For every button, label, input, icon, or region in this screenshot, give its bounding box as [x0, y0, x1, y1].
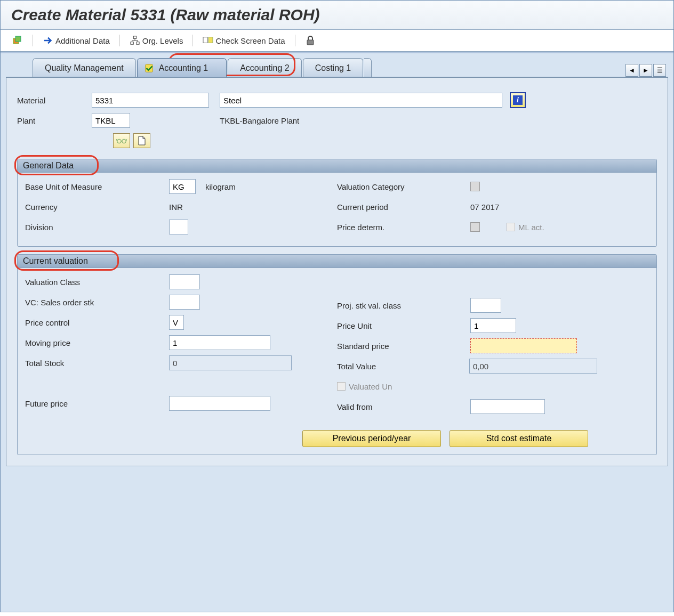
list-icon: ☰: [657, 67, 663, 74]
future-price-label: Future price: [25, 399, 169, 408]
general-data-title: General Data: [18, 159, 656, 173]
valuation-class-input[interactable]: [169, 274, 200, 289]
svg-rect-5: [203, 37, 207, 43]
standard-price-input[interactable]: [470, 338, 577, 353]
toolbar-icon-new[interactable]: [10, 34, 25, 47]
total-stock-input: [169, 355, 292, 370]
price-determ-label: Price determ.: [337, 223, 470, 232]
material-label: Material: [17, 96, 92, 105]
tab-content-accounting1: Material i Plant TKBL-Bangalore Plant: [6, 77, 668, 466]
check-screen-icon: [203, 35, 213, 46]
tab-active-icon: [144, 63, 155, 74]
plant-id-input[interactable]: [92, 113, 130, 128]
material-id-input[interactable]: [92, 93, 209, 108]
valuation-class-label: Valuation Class: [25, 278, 169, 287]
currency-value: INR: [169, 202, 183, 212]
tab-scroll-left[interactable]: ◄: [625, 64, 638, 77]
svg-rect-4: [136, 42, 139, 45]
previous-period-button[interactable]: Previous period/year: [302, 430, 441, 447]
page-title: Create Material 5331 (Raw material ROH): [1, 1, 673, 30]
arrow-right-icon: [43, 35, 53, 46]
tab-accounting-1-label: Accounting 1: [159, 63, 208, 73]
plant-desc: TKBL-Bangalore Plant: [220, 116, 299, 125]
ml-act-checkbox: [507, 223, 515, 231]
info-icon: i: [513, 95, 523, 105]
current-valuation-title: Current valuation: [18, 255, 656, 268]
valuated-un-checkbox: [337, 382, 346, 391]
vc-sales-order-input[interactable]: [169, 295, 200, 310]
svg-rect-7: [307, 40, 314, 45]
material-desc-input[interactable]: [220, 93, 502, 108]
moving-price-input[interactable]: [169, 335, 270, 350]
price-unit-input[interactable]: [470, 318, 516, 333]
proj-stk-val-class-input[interactable]: [470, 298, 501, 313]
lock-icon: [305, 35, 316, 46]
org-levels-label: Org. Levels: [142, 36, 183, 45]
total-value-label: Total Value: [337, 362, 469, 371]
tab-quality-management-label: Quality Management: [45, 63, 124, 73]
glasses-icon: [116, 135, 127, 146]
valid-from-input[interactable]: [470, 399, 545, 414]
additional-data-label: Additional Data: [55, 36, 110, 45]
tab-costing-1-label: Costing 1: [315, 63, 351, 73]
content-area: Quality Management Accounting 1 Accounti…: [1, 52, 673, 612]
tab-accounting-2[interactable]: Accounting 2: [228, 58, 302, 77]
tab-accounting-2-label: Accounting 2: [240, 63, 290, 73]
lock-button[interactable]: [303, 34, 318, 47]
tab-overflow-indicator: [364, 58, 372, 77]
division-input[interactable]: [169, 220, 188, 234]
valid-from-label: Valid from: [337, 402, 470, 411]
tab-costing-1[interactable]: Costing 1: [303, 58, 364, 77]
total-stock-label: Total Stock: [25, 359, 169, 368]
current-valuation-group: Current valuation Valuation Class VC: Sa…: [17, 254, 657, 455]
base-uom-input[interactable]: [169, 179, 196, 194]
svg-point-9: [117, 139, 121, 143]
layers-icon: [12, 35, 23, 46]
triangle-left-icon: ◄: [629, 67, 635, 74]
page-icon: [137, 135, 147, 146]
check-screen-data-button[interactable]: Check Screen Data: [200, 34, 287, 47]
check-screen-data-label: Check Screen Data: [215, 36, 285, 45]
tab-scroll-right[interactable]: ►: [639, 64, 652, 77]
currency-label: Currency: [25, 202, 169, 212]
std-cost-estimate-button[interactable]: Std cost estimate: [450, 430, 588, 447]
tab-list-button[interactable]: ☰: [653, 64, 666, 77]
price-unit-label: Price Unit: [337, 321, 470, 330]
hierarchy-icon: [130, 35, 140, 46]
general-data-group: General Data Base Unit of Measure kilogr…: [17, 159, 657, 247]
price-control-label: Price control: [25, 318, 169, 327]
moving-price-label: Moving price: [25, 338, 169, 347]
svg-rect-3: [131, 42, 133, 45]
base-uom-label: Base Unit of Measure: [25, 182, 169, 191]
tab-accounting-1[interactable]: Accounting 1: [137, 58, 227, 77]
valuated-un-label: Valuated Un: [349, 382, 392, 391]
triangle-right-icon: ►: [643, 67, 649, 74]
future-price-input[interactable]: [169, 396, 270, 411]
org-levels-button[interactable]: Org. Levels: [127, 34, 186, 47]
svg-rect-2: [133, 36, 136, 39]
price-control-input[interactable]: [169, 315, 184, 330]
standard-price-label: Standard price: [337, 342, 470, 351]
svg-point-10: [122, 139, 126, 143]
tab-quality-management[interactable]: Quality Management: [33, 58, 136, 77]
current-period-value: 07 2017: [470, 202, 499, 212]
valuation-category-label: Valuation Category: [337, 182, 470, 191]
svg-rect-1: [15, 36, 21, 42]
valuation-category-field: [470, 182, 480, 191]
total-value-input: [469, 359, 597, 374]
base-uom-desc: kilogram: [205, 182, 236, 191]
material-info-button[interactable]: i: [510, 92, 526, 108]
display-button[interactable]: [113, 133, 130, 148]
price-determ-field: [470, 222, 480, 232]
svg-rect-6: [208, 37, 213, 43]
toolbar: Additional Data Org. Levels Check Screen…: [1, 30, 673, 52]
current-period-label: Current period: [337, 202, 470, 212]
division-label: Division: [25, 223, 169, 232]
document-button[interactable]: [133, 133, 150, 148]
ml-act-label: ML act.: [518, 223, 544, 232]
plant-label: Plant: [17, 116, 92, 125]
proj-stk-val-class-label: Proj. stk val. class: [337, 301, 470, 310]
vc-sales-order-label: VC: Sales order stk: [25, 298, 169, 307]
additional-data-button[interactable]: Additional Data: [41, 34, 112, 47]
tab-strip: Quality Management Accounting 1 Accounti…: [1, 53, 673, 77]
